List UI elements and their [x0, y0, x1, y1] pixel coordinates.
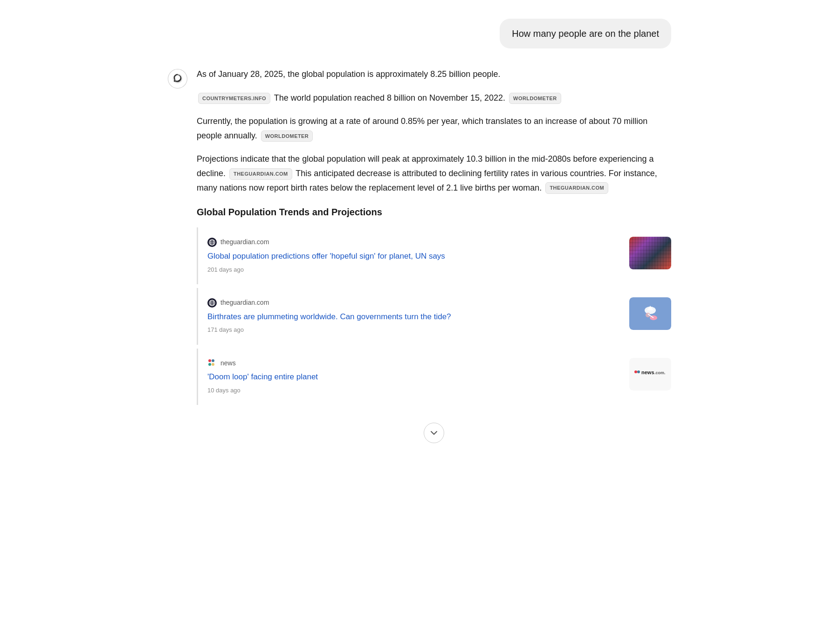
user-message-row: How many people are on the planet — [168, 19, 671, 48]
svg-point-16 — [208, 359, 211, 362]
user-message-bubble: How many people are on the planet — [500, 19, 671, 48]
svg-text:.com.: .com. — [654, 370, 666, 375]
chevron-down-icon — [430, 429, 438, 437]
ai-paragraph-1: As of January 28, 2025, the global popul… — [197, 67, 671, 82]
news-logo-thumbnail: news .com. — [629, 358, 671, 391]
page-container: How many people are on the planet As of … — [140, 0, 699, 476]
scroll-down-button[interactable] — [424, 423, 444, 443]
guardian-icon-1 — [207, 238, 217, 247]
news-timestamp-3: 10 days ago — [207, 385, 620, 396]
news-title-3[interactable]: 'Doom loop' facing entire planet — [207, 371, 620, 383]
citation-badge-5[interactable]: THEGUARDIAN.COM — [545, 182, 608, 194]
stork-icon — [639, 302, 662, 325]
citation-badge-2[interactable]: WORLDOMETER — [509, 93, 561, 104]
news-source-name-2: theguardian.com — [220, 297, 269, 308]
news-com-text-logo: news .com. — [634, 368, 667, 380]
ai-text-s2: The world population reached 8 billion o… — [274, 93, 505, 103]
news-source-row-1: theguardian.com — [207, 237, 620, 248]
svg-point-19 — [212, 363, 214, 366]
news-source-row-3: news — [207, 358, 620, 369]
guardian-icon-2 — [207, 298, 217, 308]
news-dot-icon — [207, 358, 217, 368]
section-heading: Global Population Trends and Projections — [197, 204, 671, 220]
ai-paragraph-4: Projections indicate that the global pop… — [197, 152, 671, 195]
svg-point-0 — [168, 69, 187, 89]
news-card-3[interactable]: news 'Doom loop' facing entire planet 10… — [197, 349, 671, 405]
ai-avatar — [168, 69, 187, 89]
news-card-content-1: theguardian.com Global population predic… — [207, 237, 620, 275]
news-timestamp-1: 201 days ago — [207, 265, 620, 275]
openai-icon — [168, 69, 187, 89]
crowd-thumbnail — [629, 237, 671, 269]
news-brand-icon — [207, 358, 217, 368]
bird-thumbnail — [629, 297, 671, 330]
news-card-content-2: theguardian.com Birthrates are plummetin… — [207, 297, 620, 336]
svg-point-18 — [208, 363, 211, 366]
news-title-2[interactable]: Birthrates are plummeting worldwide. Can… — [207, 311, 620, 322]
news-thumbnail-2 — [629, 297, 671, 330]
ai-text-p1: As of January 28, 2025, the global popul… — [197, 69, 500, 79]
scroll-down-section — [197, 423, 671, 443]
svg-point-17 — [212, 359, 214, 362]
news-cards: theguardian.com Global population predic… — [197, 227, 671, 409]
citation-badge-1[interactable]: COUNTRYMETERS.INFO — [198, 93, 270, 104]
user-message-text: How many people are on the planet — [512, 28, 659, 39]
news-thumbnail-1 — [629, 237, 671, 269]
ai-content: As of January 28, 2025, the global popul… — [197, 67, 671, 443]
globe-icon-1 — [209, 239, 215, 246]
news-card-1[interactable]: theguardian.com Global population predic… — [197, 227, 671, 284]
ai-response-row: As of January 28, 2025, the global popul… — [168, 67, 671, 443]
ai-paragraph-2: COUNTRYMETERS.INFO The world population … — [197, 91, 671, 105]
citation-badge-4[interactable]: THEGUARDIAN.COM — [229, 168, 292, 180]
news-source-row-2: theguardian.com — [207, 297, 620, 308]
news-title-1[interactable]: Global population predictions offer 'hop… — [207, 251, 620, 262]
news-card-2[interactable]: theguardian.com Birthrates are plummetin… — [197, 288, 671, 345]
news-card-content-3: news 'Doom loop' facing entire planet 10… — [207, 358, 620, 396]
svg-text:news: news — [641, 370, 654, 375]
news-source-name-1: theguardian.com — [220, 237, 269, 248]
ai-paragraph-3: Currently, the population is growing at … — [197, 114, 671, 143]
citation-badge-3[interactable]: WORLDOMETER — [261, 130, 313, 142]
news-timestamp-2: 171 days ago — [207, 325, 620, 335]
news-source-name-3: news — [220, 358, 236, 369]
svg-point-20 — [634, 370, 637, 373]
news-thumbnail-3: news .com. — [629, 358, 671, 391]
svg-point-21 — [637, 370, 640, 373]
news-com-logo: news .com. — [634, 368, 667, 380]
globe-icon-2 — [209, 300, 215, 306]
